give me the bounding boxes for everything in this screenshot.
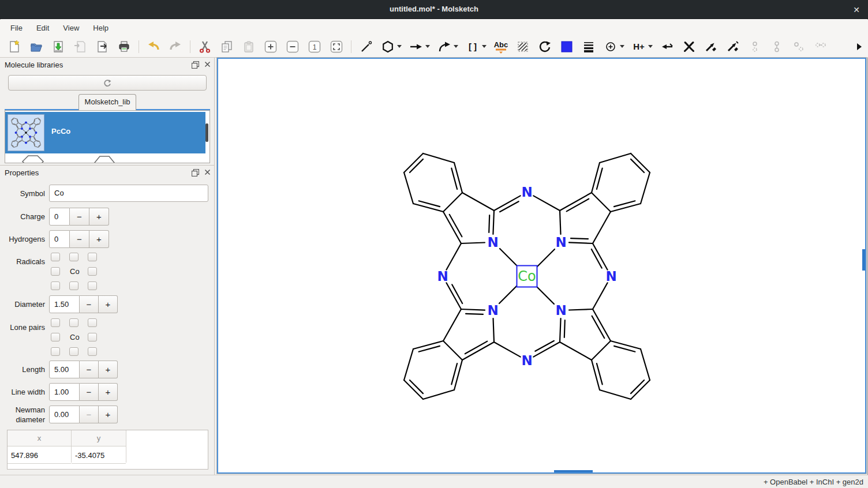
coordinate-y-cell[interactable]: -35.4075 [72,446,126,464]
export-icon[interactable] [95,39,110,54]
align-tool-2-icon[interactable] [769,39,784,54]
close-icon[interactable]: ✕ [851,4,862,16]
coordinate-x-cell[interactable]: 547.896 [8,446,71,464]
align-tool-1-icon[interactable] [747,39,762,54]
rotate-icon[interactable] [537,39,552,54]
line-width-icon[interactable] [581,39,596,54]
color-picker-icon[interactable] [559,39,574,54]
radical-checkbox[interactable] [69,281,78,290]
cobalt-atom-label[interactable]: Co [518,268,536,284]
zoom-original-icon[interactable]: 1 [307,39,322,54]
nitrogen-atom-label[interactable]: N [521,353,532,368]
float-panel-icon[interactable] [192,61,200,69]
mechanism-tool-1-icon[interactable] [704,39,719,54]
lone-pair-checkbox[interactable] [88,318,97,327]
close-panel-icon[interactable] [204,169,212,177]
draw-ring-combo[interactable] [380,39,402,54]
bracket-icon[interactable]: [ ] [465,39,480,54]
radical-checkbox[interactable] [69,253,78,261]
chevron-down-icon[interactable] [425,45,430,48]
open-file-icon[interactable] [29,39,44,54]
close-panel-icon[interactable] [204,61,212,69]
chevron-down-icon[interactable] [397,45,402,48]
chevron-down-icon[interactable] [620,45,624,48]
curved-arrow-icon[interactable] [437,39,452,54]
arrow-icon[interactable] [409,39,424,54]
chevron-down-icon[interactable] [482,45,487,48]
library-list[interactable]: PcCo [5,110,210,163]
nitrogen-atom-label[interactable]: N [555,235,566,250]
diameter-increment-button[interactable]: + [99,295,118,313]
nitrogen-atom-label[interactable]: N [487,235,498,250]
length-decrement-button[interactable]: − [80,361,99,378]
float-panel-icon[interactable] [192,169,200,177]
copy-icon[interactable] [219,39,234,54]
lone-pair-checkbox[interactable] [69,347,78,356]
zoom-in-icon[interactable] [263,39,278,54]
lone-pair-checkbox[interactable] [69,318,78,327]
text-tool-icon[interactable]: Abc [493,39,508,54]
new-document-icon[interactable] [7,39,22,54]
cut-icon[interactable] [197,39,212,54]
list-item-next-partial[interactable] [5,153,205,163]
save-icon[interactable] [51,39,66,54]
charge-increment-button[interactable]: + [89,208,109,226]
zoom-out-icon[interactable] [285,39,300,54]
menu-view[interactable]: View [57,21,85,35]
radical-checkbox[interactable] [88,281,97,290]
lone-pair-checkbox[interactable] [51,347,60,356]
redo-icon[interactable] [168,39,183,54]
line-width-decrement-button[interactable]: − [80,383,99,401]
menu-edit[interactable]: Edit [31,21,55,35]
newman-decrement-button[interactable]: − [80,406,99,423]
align-tool-4-icon[interactable] [813,39,828,54]
draw-bond-icon[interactable] [358,39,373,54]
symbol-input[interactable]: Co [49,185,208,202]
menu-help[interactable]: Help [87,21,114,35]
radical-checkbox[interactable] [51,267,60,276]
line-width-value[interactable]: 1.00 [49,383,80,401]
ring-icon[interactable] [380,39,395,54]
chevron-down-icon[interactable] [454,45,458,48]
list-item-pcco[interactable]: PcCo [5,112,205,153]
nitrogen-atom-label[interactable]: N [555,303,566,318]
bracket-combo[interactable]: [ ] [465,39,487,54]
nitrogen-atom-label[interactable]: N [605,269,616,284]
undo-icon[interactable] [146,39,161,54]
diameter-decrement-button[interactable]: − [80,295,99,313]
refresh-libraries-button[interactable] [8,75,207,91]
hydrogens-increment-button[interactable]: + [89,230,109,248]
lone-pair-checkbox[interactable] [51,333,60,341]
charge-combo[interactable] [603,39,624,54]
menu-file[interactable]: File [5,21,28,35]
lone-pair-checkbox[interactable] [88,333,97,341]
import-icon[interactable] [73,39,88,54]
lone-pair-checkbox[interactable] [88,347,97,356]
zoom-fit-icon[interactable] [329,39,344,54]
chevron-down-icon[interactable] [648,45,653,48]
canvas-vertical-scrollbar[interactable] [862,249,865,271]
hydrogen-icon[interactable]: H+ [631,39,646,54]
mechanism-arrow-combo[interactable] [437,39,458,54]
newman-increment-button[interactable]: + [99,406,118,423]
pcco-molecule[interactable]: Co N N N N N N N N [388,138,665,415]
length-value[interactable]: 5.00 [49,361,80,378]
charge-decrement-button[interactable]: − [70,208,89,226]
delete-icon[interactable] [682,39,697,54]
length-increment-button[interactable]: + [99,361,118,378]
draw-arrow-combo[interactable] [409,39,430,54]
drawing-canvas[interactable]: Co N N N N N N N N [217,58,866,474]
radical-checkbox[interactable] [88,253,97,261]
radical-checkbox[interactable] [88,267,97,276]
radical-checkbox[interactable] [51,253,60,261]
radical-checkbox[interactable] [51,281,60,290]
tab-molsketch-lib[interactable]: Molsketch_lib [78,94,136,110]
hydrogen-combo[interactable]: H+ [631,39,653,54]
nitrogen-atom-label[interactable]: N [437,269,448,284]
nitrogen-atom-label[interactable]: N [521,185,532,200]
line-width-increment-button[interactable]: + [99,383,118,401]
remove-hydrogen-icon[interactable] [660,39,675,54]
selection-icon[interactable] [515,39,530,54]
diameter-value[interactable]: 1.50 [49,295,80,313]
library-scrollbar[interactable] [205,123,208,142]
